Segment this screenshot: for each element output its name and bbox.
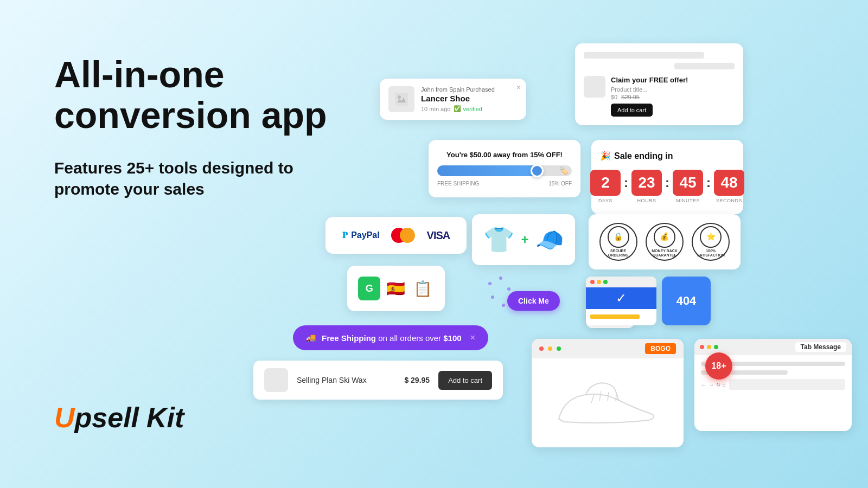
trust-badge-satisfaction: ⭐ 100% SATISFACTION (692, 223, 730, 261)
shipping-close-button[interactable]: × (470, 333, 475, 343)
notification-verified: ✅ verified (454, 105, 482, 112)
browser-dot-red (590, 280, 595, 284)
trust-badge-money-back: 💰 MONEY BACK GUARANTEE (646, 223, 684, 261)
mastercard-yellow-circle (400, 228, 415, 243)
shipping-amount: $100 (443, 333, 461, 343)
notification-card: John from Spain Purchased Lancer Shoe 10… (380, 79, 526, 120)
trust-badge-satisfaction-text1: 100% (706, 249, 716, 253)
check-icon: ✅ (454, 105, 461, 112)
add-to-cart-price: $ 29.95 (404, 376, 430, 384)
paypal-text: PayPal (351, 230, 379, 240)
plus-icon: + (521, 232, 528, 247)
hero-subtitle: Features 25+ tools designed to promote y… (54, 157, 353, 200)
countdown-minutes-num: 45 (673, 170, 703, 196)
dot-1 (488, 282, 492, 285)
add-to-cart-product-name: Selling Plan Ski Wax (297, 376, 395, 384)
bogo-dot-yellow (548, 346, 552, 351)
countdown-hours: 23 HOURS (631, 170, 662, 203)
bogo-dot-red (539, 346, 544, 351)
paypal-logo: 𝐏 PayPal (342, 230, 380, 240)
trust-badge-secure-text2: ORDERING (608, 253, 629, 258)
hero-subtitle-line1: Features 25+ tools designed to (54, 159, 293, 177)
shoe-drawing (553, 376, 662, 430)
nav-forward-icon[interactable]: → (709, 382, 714, 388)
claim-offer-card: Claim your FREE offer! Product title... … (575, 43, 743, 125)
shipping-rest-text: on all orders over (378, 333, 443, 343)
notification-product: Lancer Shoe (421, 94, 495, 103)
svg-point-1 (398, 95, 401, 99)
payment-card: 𝐏 PayPal VISA (326, 217, 467, 254)
claim-top-bar (584, 52, 704, 59)
brand-logo: U psell Kit (54, 401, 184, 434)
dot-5 (502, 304, 505, 307)
grammarly-icon: G (358, 277, 380, 300)
bogo-header: BOGO (532, 339, 684, 358)
nav-refresh-icon[interactable]: ↻ (716, 382, 720, 388)
clipboard-icon: 📋 (412, 277, 434, 300)
nav-home-icon[interactable]: ⌂ (723, 382, 726, 388)
notification-content: John from Spain Purchased Lancer Shoe 10… (421, 86, 495, 112)
dot-2 (499, 277, 502, 280)
adult-badge-area: 18+ (705, 352, 732, 380)
browser-dot-yellow (597, 280, 601, 284)
checkmark-icon: ✓ (616, 291, 627, 306)
nav-back-icon[interactable]: ← (701, 382, 706, 388)
hero-subtitle-line2: promote your sales (54, 180, 205, 198)
browser-content-area: ✓ (586, 287, 656, 309)
claim-price: $0 $29.95 (611, 94, 688, 100)
claim-text: Claim your FREE offer! Product title... … (611, 76, 688, 117)
countdown-hours-num: 23 (631, 170, 662, 196)
countdown-colon-3: : (706, 175, 711, 190)
mastercard-logo (391, 228, 415, 243)
claim-heading: Claim your FREE offer! (611, 76, 688, 84)
dot-4 (491, 296, 494, 299)
svg-line-3 (599, 391, 601, 401)
add-to-cart-row: Selling Plan Ski Wax $ 29.95 Add to cart (253, 361, 503, 400)
countdown-hours-label: HOURS (631, 198, 662, 203)
countdown-seconds: 48 SECONDS (714, 170, 744, 203)
hero-section: All-in-one conversion app Features 25+ t… (54, 54, 353, 200)
trust-badge-money-text2: GUARANTEE (653, 253, 676, 258)
trust-badge-secure-text1: SECURE (610, 249, 626, 253)
notification-time: 10 min ago (421, 106, 450, 112)
countdown-minutes: 45 MINUTES (673, 170, 703, 203)
notification-image (388, 86, 414, 112)
secure-lock-icon: 🔒 (608, 226, 629, 248)
tab-message-title: Tab Message (795, 342, 846, 352)
progress-bar-end-icon: 🏷️ (559, 166, 569, 175)
countdown-days: 2 DAYS (590, 170, 621, 203)
notification-close-button[interactable]: × (516, 83, 521, 92)
flag-icon: 🇪🇸 (385, 277, 407, 300)
brand-kit: Kit (146, 401, 184, 434)
countdown-colon-2: : (665, 175, 669, 190)
404-widget: 404 (662, 277, 711, 325)
bogo-dot-green (557, 346, 561, 351)
svg-rect-0 (395, 93, 408, 106)
browser-dot-green (603, 280, 608, 284)
dot-3 (507, 287, 510, 291)
hat-icon: 🧢 (535, 227, 564, 253)
progress-bar: 🏷️ (437, 165, 572, 176)
claim-add-to-cart-button[interactable]: Add to cart (611, 104, 653, 117)
svg-line-5 (616, 394, 616, 401)
progress-card: You're $50.00 away from 15% OFF! 🏷️ FREE… (429, 140, 580, 197)
hero-title-line1: All-in-one (54, 54, 225, 95)
hero-title: All-in-one conversion app (54, 54, 353, 136)
claim-content: Claim your FREE offer! Product title... … (584, 76, 735, 117)
countdown-emoji: 🎉 (600, 151, 611, 161)
browser-progress-bar (590, 314, 640, 319)
tshirt-icon: 👕 (483, 225, 514, 254)
click-me-button[interactable]: Click Me (507, 291, 560, 311)
tab-message-url-bar[interactable] (729, 379, 845, 390)
satisfaction-icon: ⭐ (700, 226, 722, 248)
progress-text: You're $50.00 away from 15% OFF! (437, 151, 572, 159)
shipping-truck-icon: 🚚 (306, 333, 316, 343)
progress-bar-thumb (531, 164, 544, 177)
404-text: 404 (676, 294, 697, 308)
countdown-header: 🎉 Sale ending in (600, 151, 735, 161)
progress-label-left: FREE SHIPPING (437, 181, 479, 187)
add-to-cart-button[interactable]: Add to cart (438, 371, 492, 390)
bogo-badge: BOGO (645, 343, 676, 354)
countdown-card: 🎉 Sale ending in 2 DAYS : 23 HOURS : 45 … (591, 140, 743, 214)
trust-badge-satisfaction-text2: SATISFACTION (697, 253, 725, 258)
